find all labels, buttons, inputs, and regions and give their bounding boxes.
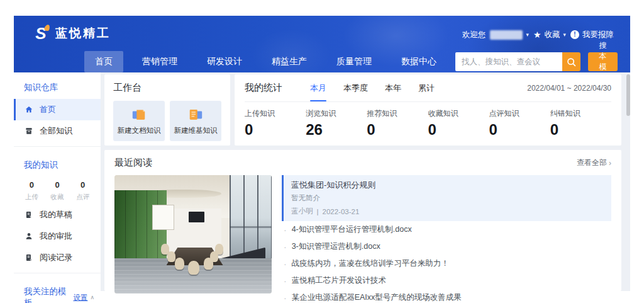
caret-down-icon: ▾ [526, 31, 529, 38]
welcome-label: 欢迎您 [462, 30, 486, 40]
reading-history-icon [24, 253, 33, 263]
sidebar-divider [14, 273, 101, 273]
user-menu[interactable]: ▾ [490, 30, 529, 40]
report-issue-label: 我要报障 [582, 30, 614, 40]
templates-settings-link[interactable]: 设置 [73, 293, 87, 302]
stat-value: 0 [19, 180, 45, 190]
favorites-menu[interactable]: ★ 收藏 ▾ [533, 30, 566, 40]
image-chair [167, 251, 175, 262]
metric-label: 浏览知识 [306, 108, 367, 119]
top-header: S 蓝悦精工 欢迎您 ▾ ★ 收藏 ▾ ! 我要报障 [14, 16, 630, 72]
main-content: 工作台 新建文档知识 [104, 74, 621, 291]
stat-label: 上传 [19, 193, 45, 202]
metric-label: 点评知识 [489, 108, 550, 119]
sidebar-item-home[interactable]: 首页 [14, 99, 101, 120]
caret-up-icon[interactable]: ∧ [90, 294, 94, 300]
featured-reading-item[interactable]: 蓝悦集团-知识积分规则 暂无简介 蓝小明 | 2022-03-21 [282, 175, 611, 221]
stat-value: 0 [70, 180, 96, 190]
stat-uploads[interactable]: 0 上传 [19, 180, 45, 202]
metric-value: 0 [550, 121, 611, 139]
nav-item-home[interactable]: 首页 [84, 51, 123, 72]
metric-label: 上传知识 [245, 108, 306, 119]
nav-item-marketing[interactable]: 营销管理 [131, 51, 188, 72]
metric-commented: 点评知识 0 [489, 108, 550, 139]
tab-cumulative[interactable]: 累计 [418, 74, 435, 101]
reading-item-title: 3-知识管理运营机制.docx [292, 241, 380, 252]
header-top-row: S 蓝悦精工 欢迎您 ▾ ★ 收藏 ▾ ! 我要报障 [14, 16, 630, 49]
metric-value: 0 [245, 121, 306, 139]
metric-value: 0 [489, 121, 550, 139]
logo-text: 蓝悦精工 [55, 25, 111, 42]
favorites-label: 收藏 [544, 30, 560, 40]
brand-logo[interactable]: S 蓝悦精工 [31, 24, 111, 43]
statistics-title: 我的统计 [245, 82, 282, 94]
nav-item-quality[interactable]: 质量管理 [326, 51, 382, 72]
sidebar-divider [14, 146, 101, 147]
image-chair [188, 261, 199, 275]
sidebar-item-all-knowledge[interactable]: 全部知识 [14, 120, 101, 142]
nav-item-data-center[interactable]: 数据中心 [391, 51, 447, 72]
document-knowledge-icon [131, 107, 147, 122]
report-issue-button[interactable]: ! 我要报障 [570, 30, 614, 40]
person-icon [24, 232, 33, 241]
new-doc-knowledge-button[interactable]: 新建文档知识 [113, 101, 165, 141]
new-doc-knowledge-label: 新建文档知识 [118, 126, 161, 135]
draft-document-icon [24, 210, 33, 220]
search-input[interactable] [455, 52, 562, 71]
nav-item-rnd-design[interactable]: 研发设计 [196, 51, 253, 72]
header-search: 搜本模块 [455, 52, 630, 71]
reading-item-title: 某企业电源适配器EAIxx型号产线的现场改善成果 [292, 292, 462, 303]
stat-comments[interactable]: 0 点评 [70, 180, 96, 202]
new-wiki-knowledge-button[interactable]: 新建维基知识 [170, 101, 221, 141]
recent-reading-card: 最近阅读 查看全部 › [104, 150, 621, 291]
featured-description: 暂无简介 [291, 193, 604, 203]
username-blurred [490, 30, 523, 40]
featured-author: 蓝小明 [291, 207, 313, 216]
sidebar: 知识仓库 首页 全部知识 我的知识 0 上传 [14, 72, 101, 291]
reading-list-item[interactable]: · 蓝悦精工芯片开发设计技术 [282, 272, 611, 289]
reading-list-item[interactable]: · 4-知识管理平台运行管理机制.docx [282, 221, 611, 238]
view-all-label: 查看全部 [577, 157, 607, 168]
featured-meta: 蓝小明 | 2022-03-21 [291, 207, 604, 216]
tab-this-year[interactable]: 本年 [385, 74, 401, 101]
statistics-header: 我的统计 本月 本季度 本年 累计 2022/04/01 ~ 2022/04/3… [245, 74, 611, 102]
star-icon: ★ [533, 30, 541, 39]
chevron-right-icon: › [609, 159, 611, 168]
sidebar-item-reading-history[interactable]: 阅读记录 [14, 247, 101, 268]
metric-uploaded: 上传知识 0 [245, 108, 306, 139]
bullet-icon: · [284, 294, 287, 302]
metric-favorited: 收藏知识 0 [428, 108, 489, 139]
reading-list-item[interactable]: · 某企业电源适配器EAIxx型号产线的现场改善成果 [282, 289, 611, 303]
image-chair [204, 258, 213, 270]
stat-favorites[interactable]: 0 收藏 [45, 180, 70, 202]
sidebar-item-label: 我的审批 [40, 231, 72, 242]
search-module-button[interactable]: 搜本模块 [588, 52, 618, 71]
tab-this-quarter[interactable]: 本季度 [343, 74, 368, 101]
page-body: 知识仓库 首页 全部知识 我的知识 0 上传 [14, 72, 630, 291]
nav-item-lean-production[interactable]: 精益生产 [261, 51, 318, 72]
metric-recommended: 推荐知识 0 [367, 108, 428, 139]
reading-list-item[interactable]: · 3-知识管理运营机制.docx [282, 238, 611, 255]
vertical-scrollbar[interactable] [626, 74, 630, 116]
metric-corrected: 纠错知识 0 [550, 108, 611, 139]
sidebar-stats: 0 上传 0 收藏 0 点评 [14, 176, 101, 204]
recent-reading-list: 蓝悦集团-知识积分规则 暂无简介 蓝小明 | 2022-03-21 · 4-知识… [282, 175, 611, 284]
sidebar-item-my-approvals[interactable]: 我的审批 [14, 226, 101, 247]
tab-this-month[interactable]: 本月 [310, 74, 326, 101]
stat-value: 0 [45, 180, 70, 190]
search-icon [566, 57, 577, 67]
sidebar-followed-templates: 我关注的模板 设置 ∧ [14, 278, 101, 303]
workbench-title: 工作台 [113, 82, 221, 94]
reading-item-title: 蓝悦精工芯片开发设计技术 [292, 275, 386, 286]
sidebar-section-my-knowledge: 我的知识 [14, 151, 101, 176]
view-all-link[interactable]: 查看全部 › [577, 157, 611, 168]
metric-viewed: 浏览知识 26 [306, 108, 367, 139]
sidebar-item-my-drafts[interactable]: 我的草稿 [14, 204, 101, 226]
reading-list-item[interactable]: · 战疫练内功，蓝凌在线培训学习平台来助力！ [282, 255, 611, 272]
featured-date: 2022-03-21 [323, 208, 360, 215]
metric-value: 0 [367, 121, 428, 139]
search-button[interactable] [562, 52, 580, 71]
home-icon [24, 105, 33, 115]
featured-article-image[interactable] [114, 175, 272, 294]
followed-templates-title: 我关注的模板 [24, 286, 73, 303]
